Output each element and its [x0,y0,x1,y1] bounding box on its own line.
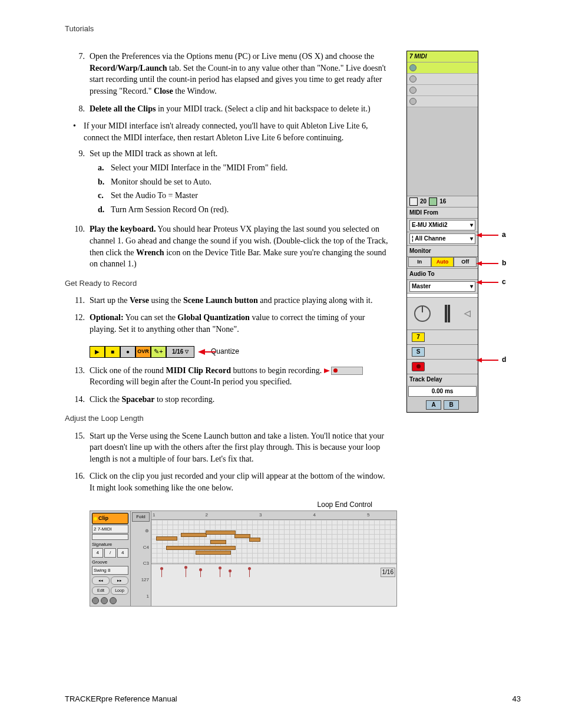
transport-bar-figure: ▶ ■ ● OVR ✎+ 1/16 ▽ Quantize [90,346,239,358]
step-12: 12. Optional: You can set the Global Qua… [65,312,389,335]
step-16-body: Click on the clip you just recorded and … [90,470,389,493]
clip-slot [407,96,478,107]
crossfade-b: B [444,400,459,410]
step-10-body: Play the keyboard. You should hear Prote… [90,223,389,269]
arrow-left-icon [198,349,205,355]
callout-c: c [476,277,506,287]
ovr-button: OVR [135,346,151,358]
clip-record-button-icon [331,367,363,375]
step-7-body: Open the Preferences via the Options men… [90,51,389,97]
step-11: 11. Start up the Verse using the Scene L… [65,295,389,307]
clip-slot [407,74,478,85]
main-content: 7. Open the Preferences via the Options … [65,51,389,606]
step-7: 7. Open the Preferences via the Options … [65,51,389,97]
midi-from-dropdown: E-MU XMidi2▾ [409,220,475,230]
audio-to-dropdown: Master▾ [409,281,475,292]
velocity-lane: 1/16 [151,564,396,578]
track-delay-label: Track Delay [407,374,478,385]
footer-manual-title: TRACKERpre Reference Manual [65,694,177,704]
step-8: 8. Delete all the Clips in your MIDI tra… [65,103,389,115]
section-get-ready: Get Ready to Record [65,278,389,289]
monitor-off: Off [454,257,477,267]
pan-knob-icon [414,305,431,322]
quantize-dropdown: 1/16 ▽ [166,346,194,358]
audio-to-label: Audio To [407,268,478,279]
meter-icon [445,305,450,322]
midi-from-label: MIDI From [407,207,478,218]
play-icon: ▶ [90,346,105,358]
grid-resolution: 1/16 [381,568,395,577]
track-delay-value: 0.00 ms [408,386,477,397]
pencil-icon: ✎+ [151,346,166,358]
callout-d: d [476,355,506,365]
channel-dropdown: ¦ All Channe▾ [409,233,475,244]
bullet-midi-interface: • If your MIDI interface isn't already c… [73,120,389,143]
stop-icon: ■ [105,346,120,358]
clip-header: Clip [92,513,128,524]
step-15: 15. Start up the Verse using the Scene L… [65,430,389,465]
clip-slot [407,62,478,74]
callout-a: a [476,230,506,240]
step-13-pre: Click one of the round MIDI Clip Record … [90,366,322,375]
step-13: 13. Click one of the round MIDI Clip Rec… [65,365,389,388]
solo-button: S [412,347,425,357]
arrow-right-icon [324,368,330,373]
footer-page-number: 43 [513,694,521,704]
timeline-ruler: 1 2 3 4 5 [151,511,396,520]
step-14: 14. Click the Spacebar to stop recording… [65,394,389,406]
step-14-body: Click the Spacebar to stop recording. [90,394,389,406]
step-16: 16. Click on the clip you just recorded … [65,470,389,493]
track-title: 7 MIDI [407,51,478,62]
monitor-in: In [408,257,431,267]
clip-slot [407,85,478,96]
step-9: 9. Set up the MIDI track as shown at lef… [65,148,389,218]
step-12-body: Optional: You can set the Global Quantiz… [90,312,389,335]
midi-notes-grid [151,520,396,564]
track-number-button: 7 [412,332,425,342]
fold-button: Fold [132,512,150,521]
loop-end-control-label: Loop End Control [65,500,372,510]
crossfade-a: A [426,400,441,410]
sends-row: 20 16 [407,196,478,207]
clip-editor-figure: Clip 2 7-MIDI Signature 4 / 4 Groove Swi… [90,510,397,606]
monitor-auto: Auto [431,257,454,267]
midi-track-panel-figure: 7 MIDI 20 16 MIDI From E-MU XMidi2▾ ¦ Al… [406,51,478,413]
clip-name-field: 2 7-MIDI [92,525,128,533]
arm-record-button [412,362,425,371]
callout-b: b [476,258,506,268]
step-10: 10. Play the keyboard. You should hear P… [65,223,389,269]
mixer-knobs: ◁ [407,297,478,330]
step-11-body: Start up the Verse using the Scene Launc… [90,295,389,307]
page-header: Tutorials [65,24,521,34]
monitor-label: Monitor [407,245,478,256]
step-8-body: Delete all the Clips in your MIDI track.… [90,103,389,115]
record-icon: ● [120,346,135,358]
step-15-body: Start up the Verse using the Scene Launc… [90,430,389,465]
section-adjust-loop: Adjust the Loop Length [65,413,389,424]
